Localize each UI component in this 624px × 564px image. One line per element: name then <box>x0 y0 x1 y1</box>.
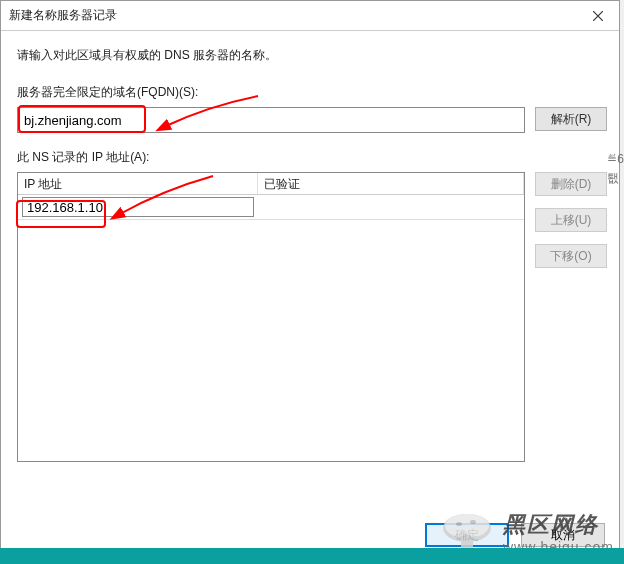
ip-table: IP 地址 已验证 <box>17 172 525 462</box>
ip-address-input[interactable] <box>22 197 254 217</box>
ip-header-verified[interactable]: 已验证 <box>258 173 524 194</box>
fqdn-label: 服务器完全限定的域名(FQDN)(S): <box>17 84 607 101</box>
svg-point-4 <box>470 520 476 524</box>
right-edge-hints: ≝6 퇪 <box>607 150 624 188</box>
fqdn-input[interactable] <box>17 107 525 133</box>
window-title: 新建名称服务器记录 <box>9 7 117 24</box>
ip-input-cell <box>18 195 258 219</box>
fqdn-row: 解析(R) <box>17 107 607 133</box>
ip-verified-cell <box>258 195 524 219</box>
delete-button[interactable]: 删除(D) <box>535 172 607 196</box>
taskbar-fragment <box>0 548 624 564</box>
ip-table-header: IP 地址 已验证 <box>18 173 524 195</box>
svg-point-3 <box>456 522 462 526</box>
edge-hint-1: ≝6 <box>607 150 624 169</box>
resolve-button[interactable]: 解析(R) <box>535 107 607 131</box>
titlebar: 新建名称服务器记录 <box>1 1 619 31</box>
dialog-window: 新建名称服务器记录 请输入对此区域具有权威的 DNS 服务器的名称。 服务器完全… <box>0 0 620 560</box>
ip-section: IP 地址 已验证 删除(D) 上移(U) 下移(O) <box>17 172 607 505</box>
ip-header-address[interactable]: IP 地址 <box>18 173 258 194</box>
ip-label: 此 NS 记录的 IP 地址(A): <box>17 149 607 166</box>
move-down-button[interactable]: 下移(O) <box>535 244 607 268</box>
ip-input-row <box>18 195 524 220</box>
move-up-button[interactable]: 上移(U) <box>535 208 607 232</box>
close-icon <box>593 11 603 21</box>
close-button[interactable] <box>577 1 619 31</box>
instruction-text: 请输入对此区域具有权威的 DNS 服务器的名称。 <box>17 47 607 64</box>
watermark-main: 黑区网络 <box>503 512 614 538</box>
edge-hint-2: 퇪 <box>607 169 624 188</box>
dialog-content: 请输入对此区域具有权威的 DNS 服务器的名称。 服务器完全限定的域名(FQDN… <box>1 31 619 513</box>
ip-side-buttons: 删除(D) 上移(U) 下移(O) <box>535 172 607 268</box>
